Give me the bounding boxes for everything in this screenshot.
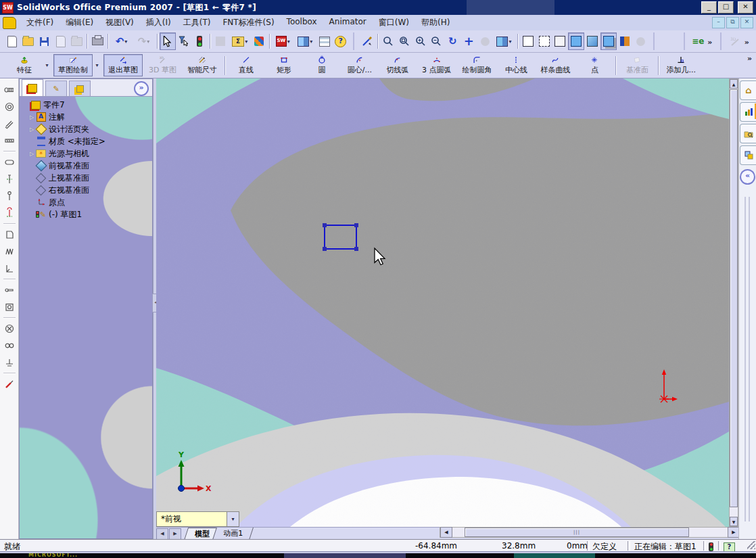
section-view-button[interactable]	[617, 32, 633, 50]
features-dropdown[interactable]: ▾	[43, 55, 51, 76]
nut-button[interactable]	[1, 98, 18, 115]
pan-button[interactable]: +	[460, 32, 477, 50]
zoom-to-area-button[interactable]	[396, 32, 412, 50]
zoom-to-fit-button[interactable]	[380, 32, 396, 50]
close-button[interactable]: ✕	[738, 1, 753, 14]
standard-views-button[interactable]: ▾	[493, 32, 515, 50]
menu-item[interactable]: 窗口(W)	[373, 15, 415, 30]
print-button[interactable]	[89, 32, 105, 50]
angle-button[interactable]	[1, 260, 18, 277]
menu-item[interactable]: 文件(F)	[20, 15, 60, 30]
screw-button[interactable]	[1, 115, 18, 132]
point-button[interactable]: 点	[576, 54, 613, 76]
maximize-button[interactable]: □	[718, 1, 734, 14]
smart-dimension-button[interactable]: 智能尺寸	[183, 54, 222, 76]
spline-button[interactable]: 样条曲线	[536, 54, 575, 76]
sketch-fillet-button[interactable]: 绘制圆角	[457, 54, 496, 76]
edrawings-button[interactable]: ≡e	[690, 32, 706, 50]
views-caret[interactable]: ▾	[509, 39, 511, 45]
shaded-button[interactable]	[584, 32, 600, 50]
chain-button[interactable]	[1, 337, 18, 354]
mdi-restore-button[interactable]: ⧉	[726, 17, 739, 28]
task-pane-tab-design-library[interactable]	[740, 102, 756, 122]
appearance-button[interactable]	[251, 32, 267, 50]
tree-item-lights-cameras[interactable]: ▷ ☀ 光源与相机	[22, 147, 152, 160]
open-button[interactable]	[20, 32, 37, 50]
hscroll-thumb[interactable]: |||	[465, 528, 689, 537]
menu-item[interactable]: FNT标准件(S)	[216, 15, 280, 30]
expander-icon[interactable]: ▷	[28, 114, 36, 120]
horizontal-scrollbar[interactable]: ◀ ||| ▶	[440, 527, 740, 538]
mdi-minimize-button[interactable]: –	[712, 17, 725, 28]
zoom-in-out-button[interactable]	[412, 32, 429, 50]
graphics-viewport[interactable]: Y X *前视 ▾	[156, 78, 729, 527]
pin-button[interactable]	[1, 170, 18, 187]
selection-filter-button[interactable]	[176, 32, 192, 50]
tree-item-right-plane[interactable]: 右视基准面	[22, 184, 152, 196]
frame-button[interactable]	[1, 298, 18, 315]
undo-caret[interactable]: ▾	[124, 39, 127, 45]
hidden-lines-visible-button[interactable]	[536, 32, 552, 50]
app-icon[interactable]: SW	[2, 2, 14, 14]
view-orientation-combo[interactable]: *前视 ▾	[156, 511, 239, 527]
menu-item[interactable]: 视图(V)	[99, 15, 140, 30]
centerline-button[interactable]: 中心线	[498, 54, 534, 76]
tree-item-material[interactable]: 材质 <未指定>	[22, 135, 152, 147]
menu-item[interactable]: 帮助(H)	[415, 15, 456, 30]
save-button[interactable]	[37, 32, 53, 50]
expander-icon[interactable]: ▷	[28, 151, 36, 157]
task-pane-tab-file-explorer[interactable]	[740, 124, 756, 143]
measure-button[interactable]: Σ▾	[229, 32, 251, 50]
tab-animation1[interactable]: 动画1	[212, 528, 254, 540]
exit-sketch-button[interactable]: 退出草图	[103, 54, 143, 76]
solidworks-model-button[interactable]: SW▾	[272, 32, 294, 50]
select-button[interactable]	[160, 32, 176, 50]
sketch-dropdown[interactable]: ▾	[93, 55, 101, 76]
locating-pin-button[interactable]	[1, 204, 18, 221]
tab-featuremanager[interactable]	[22, 79, 43, 96]
model-caret[interactable]: ▾	[287, 39, 290, 45]
menu-item[interactable]: 编辑(E)	[60, 15, 99, 30]
centerpoint-arc-button[interactable]: 圆心/...	[341, 54, 378, 76]
red-tool-button[interactable]	[1, 375, 18, 392]
mount-button[interactable]	[1, 354, 18, 371]
hscroll-left-arrow[interactable]: ◀	[440, 527, 452, 538]
bearing-button[interactable]	[1, 320, 18, 337]
undo-button[interactable]: ↶▾	[110, 32, 133, 50]
toolbar-overflow-2[interactable]: »	[745, 37, 753, 47]
part-document-icon[interactable]	[3, 17, 16, 29]
shaded-with-edges-button[interactable]	[568, 32, 584, 50]
split-window-button[interactable]: ▾	[294, 32, 316, 50]
tree-item-top-plane[interactable]: 上视基准面	[22, 172, 152, 184]
spring-button[interactable]	[1, 243, 18, 260]
toolbar-overflow-1[interactable]: »	[707, 37, 716, 47]
rotate-view-button[interactable]: ↻	[444, 32, 460, 50]
measure-caret[interactable]: ▾	[245, 39, 247, 45]
tree-item-design-binder[interactable]: ▷ 设计活页夹	[22, 123, 152, 135]
hidden-lines-removed-button[interactable]	[552, 32, 569, 50]
tree-item-front-plane[interactable]: 前视基准面	[22, 160, 152, 172]
connector-button[interactable]	[1, 281, 18, 298]
line-button[interactable]: 直线	[228, 54, 264, 76]
3-point-arc-button[interactable]: 3 点圆弧	[417, 54, 456, 76]
minimize-button[interactable]: _	[701, 1, 717, 14]
task-pane-tab-drag-drop[interactable]	[740, 145, 756, 165]
slot-button[interactable]	[1, 154, 18, 170]
threaded-rod-button[interactable]	[1, 132, 18, 149]
sketch-toolbar-overflow[interactable]: »	[747, 53, 756, 78]
add-relation-button[interactable]: 添加几...	[661, 54, 701, 76]
task-pane-collapse-button[interactable]: «	[740, 169, 755, 185]
tab-scroll-left-button[interactable]: ◀	[156, 528, 168, 540]
zoom-to-selection-button[interactable]	[429, 32, 445, 50]
vscroll-up-arrow[interactable]: ▲	[730, 79, 738, 89]
tree-root[interactable]: 零件7	[22, 99, 152, 111]
options-button[interactable]	[316, 32, 333, 50]
bracket-button[interactable]	[1, 226, 18, 243]
menu-item[interactable]: 插入(I)	[140, 15, 177, 30]
tree-item-sketch1[interactable]: ✎ (-) 草图1	[22, 208, 152, 220]
shadows-button[interactable]	[600, 32, 617, 50]
expander-icon[interactable]: ▷	[28, 126, 36, 133]
mdi-close-button[interactable]: ✕	[740, 17, 753, 28]
grip-pin-button[interactable]	[1, 187, 18, 204]
tab-scroll-right-button[interactable]: ▶	[169, 528, 181, 540]
